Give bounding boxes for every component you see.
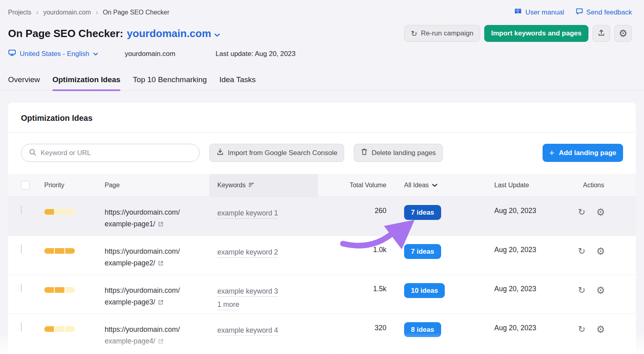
gear-icon: ⚙ bbox=[619, 28, 627, 39]
row-gear-icon[interactable]: ⚙ bbox=[596, 246, 605, 256]
chevron-right-icon: › bbox=[96, 8, 98, 17]
external-link-icon[interactable] bbox=[158, 297, 164, 309]
locale-selector[interactable]: United States - English bbox=[8, 49, 98, 58]
page-url: https://yourdomain.com/ example-page4/ bbox=[97, 314, 209, 348]
priority-bar bbox=[44, 326, 97, 332]
send-feedback-link[interactable]: Send feedback bbox=[576, 8, 632, 17]
ideas-button[interactable]: 8 ideas bbox=[404, 322, 441, 337]
table-row: https://yourdomain.com/ example-page1/ e… bbox=[8, 197, 636, 236]
sort-icon bbox=[249, 182, 255, 189]
row-checkbox[interactable] bbox=[21, 244, 22, 253]
meta-last-update: Last update: Aug 20, 2023 bbox=[216, 50, 296, 58]
external-link-icon[interactable] bbox=[158, 258, 164, 270]
column-all-ideas-label: All Ideas bbox=[404, 182, 429, 189]
add-landing-page-button[interactable]: + Add landing page bbox=[543, 144, 623, 162]
breadcrumb-domain[interactable]: yourdomain.com bbox=[43, 9, 91, 16]
breadcrumb: Projects › yourdomain.com › On Page SEO … bbox=[8, 8, 169, 17]
row-refresh-icon[interactable]: ↻ bbox=[578, 247, 585, 256]
row-checkbox[interactable] bbox=[21, 205, 22, 214]
import-keywords-button[interactable]: Import keywords and pages bbox=[484, 25, 588, 42]
export-button[interactable] bbox=[592, 25, 610, 42]
row-checkbox[interactable] bbox=[21, 284, 22, 292]
rerun-campaign-button[interactable]: ↻ Re-run campaign bbox=[404, 25, 480, 42]
column-page: Page bbox=[97, 182, 209, 189]
total-volume-value: 1.0k bbox=[318, 236, 390, 254]
export-icon bbox=[597, 29, 605, 39]
optimization-ideas-panel: Optimization Ideas Import from Google Se… bbox=[8, 103, 636, 354]
settings-button[interactable]: ⚙ bbox=[614, 25, 632, 42]
external-link-icon[interactable] bbox=[158, 336, 164, 348]
total-volume-value: 260 bbox=[318, 197, 390, 215]
breadcrumb-current: On Page SEO Checker bbox=[103, 9, 169, 16]
tab-optimization-ideas[interactable]: Optimization Ideas bbox=[52, 75, 120, 90]
keyword-more-link[interactable]: 1 more bbox=[217, 300, 239, 310]
last-update-value: Aug 20, 2023 bbox=[487, 197, 549, 215]
row-gear-icon[interactable]: ⚙ bbox=[596, 325, 605, 334]
tab-idea-tasks[interactable]: Idea Tasks bbox=[219, 75, 256, 90]
campaign-domain-selector[interactable]: yourdomain.com bbox=[127, 27, 220, 40]
tab-top10-benchmarking[interactable]: Top 10 Benchmarking bbox=[133, 75, 207, 90]
tab-overview[interactable]: Overview bbox=[8, 75, 40, 90]
table-row: https://yourdomain.com/ example-page2/ e… bbox=[8, 236, 636, 275]
page-url: https://yourdomain.com/ example-page3/ bbox=[97, 275, 209, 309]
chevron-down-icon bbox=[93, 50, 98, 58]
chevron-down-icon bbox=[432, 182, 438, 189]
column-all-ideas[interactable]: All Ideas bbox=[390, 182, 487, 189]
keyword-link[interactable]: example keyword 4 bbox=[217, 326, 278, 336]
user-manual-link[interactable]: User manual bbox=[514, 8, 564, 17]
page-title-prefix: On Page SEO Checker: bbox=[8, 27, 123, 40]
row-refresh-icon[interactable]: ↻ bbox=[578, 286, 585, 295]
table-header: Priority Page Keywords Total Volume All … bbox=[8, 174, 636, 197]
plus-icon: + bbox=[549, 149, 555, 157]
page-header: Projects › yourdomain.com › On Page SEO … bbox=[0, 0, 644, 91]
locale-label: United States - English bbox=[20, 50, 89, 58]
search-icon bbox=[29, 148, 37, 158]
priority-bar bbox=[44, 287, 97, 293]
chevron-right-icon: › bbox=[36, 8, 39, 17]
total-volume-value: 320 bbox=[318, 314, 390, 332]
ideas-button[interactable]: 7 ideas bbox=[404, 205, 441, 220]
column-priority: Priority bbox=[36, 182, 97, 189]
priority-bar bbox=[44, 209, 97, 215]
rerun-campaign-label: Re-run campaign bbox=[421, 29, 473, 37]
column-total-volume: Total Volume bbox=[318, 182, 390, 189]
row-gear-icon[interactable]: ⚙ bbox=[596, 286, 605, 295]
select-all-checkbox[interactable] bbox=[21, 181, 30, 190]
feedback-bubble-icon bbox=[576, 8, 583, 17]
row-refresh-icon[interactable]: ↻ bbox=[578, 325, 585, 334]
external-link-icon[interactable] bbox=[158, 219, 164, 231]
column-keywords[interactable]: Keywords bbox=[209, 174, 318, 197]
row-checkbox[interactable] bbox=[21, 323, 22, 331]
search-input[interactable] bbox=[41, 149, 193, 157]
import-gsc-button[interactable]: Import from Google Search Console bbox=[209, 144, 344, 162]
keyword-link[interactable]: example keyword 2 bbox=[217, 248, 278, 258]
keyword-link[interactable]: example keyword 3 bbox=[217, 287, 278, 297]
column-last-update: Last Update bbox=[487, 182, 549, 189]
book-icon bbox=[514, 8, 522, 17]
import-keywords-label: Import keywords and pages bbox=[491, 29, 582, 37]
page-url: https://yourdomain.com/ example-page1/ bbox=[97, 197, 209, 231]
user-manual-label: User manual bbox=[525, 8, 564, 17]
row-gear-icon[interactable]: ⚙ bbox=[596, 207, 605, 217]
panel-title: Optimization Ideas bbox=[8, 103, 636, 132]
keyword-link[interactable]: example keyword 1 bbox=[217, 209, 278, 219]
last-update-value: Aug 20, 2023 bbox=[487, 236, 549, 254]
row-refresh-icon[interactable]: ↻ bbox=[578, 208, 585, 217]
search-input-wrapper bbox=[21, 144, 200, 162]
delete-landing-pages-button[interactable]: Delete landing pages bbox=[354, 144, 443, 162]
breadcrumb-projects[interactable]: Projects bbox=[8, 9, 31, 16]
column-keywords-label: Keywords bbox=[217, 182, 246, 189]
monitor-icon bbox=[8, 49, 16, 58]
ideas-button[interactable]: 10 ideas bbox=[404, 283, 445, 298]
column-actions: Actions bbox=[549, 182, 622, 189]
page-url: https://yourdomain.com/ example-page2/ bbox=[97, 236, 209, 270]
refresh-icon: ↻ bbox=[411, 30, 417, 37]
tab-bar: Overview Optimization Ideas Top 10 Bench… bbox=[0, 75, 644, 91]
total-volume-value: 1.5k bbox=[318, 275, 390, 293]
campaign-domain-label: yourdomain.com bbox=[127, 27, 211, 40]
last-update-value: Aug 20, 2023 bbox=[487, 314, 549, 332]
priority-bar bbox=[44, 248, 97, 254]
table-row: https://yourdomain.com/ example-page3/ e… bbox=[8, 275, 636, 314]
ideas-button[interactable]: 7 ideas bbox=[404, 244, 441, 259]
import-gsc-label: Import from Google Search Console bbox=[228, 149, 337, 157]
